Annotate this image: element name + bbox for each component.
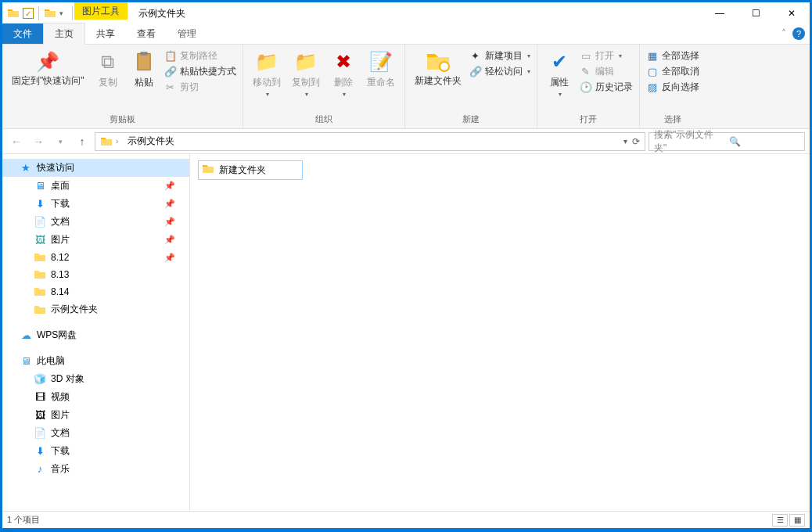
icons-view-button[interactable]: ▦ <box>789 514 805 527</box>
copy-icon: ⧉ <box>95 49 120 74</box>
up-button[interactable]: ↑ <box>73 132 92 151</box>
select-all-button[interactable]: ▦全部选择 <box>646 49 699 63</box>
nav-videos[interactable]: 🎞视频 <box>2 388 189 406</box>
ribbon-collapse-icon[interactable]: ˄ <box>781 28 786 39</box>
cut-icon: ✂ <box>164 81 177 94</box>
nav-812[interactable]: 8.12📌 <box>2 249 189 266</box>
cloud-icon: ☁ <box>20 329 32 342</box>
search-box[interactable]: 搜索"示例文件夹" 🔍 <box>649 132 805 151</box>
copy-to-icon: 📁 <box>293 49 318 74</box>
back-button[interactable]: ← <box>7 132 26 151</box>
label: 反向选择 <box>662 81 699 94</box>
nav-pictures2[interactable]: 🖼图片 <box>2 406 189 424</box>
copy-path-button[interactable]: 📋复制路径 <box>164 49 236 63</box>
help-icon[interactable]: ? <box>792 27 805 40</box>
rename-icon: 📝 <box>368 49 393 74</box>
label: 编辑 <box>595 65 614 78</box>
pin-icon: 📌 <box>164 181 175 191</box>
new-item-button[interactable]: ✦新建项目▾ <box>469 49 530 63</box>
nav-documents2[interactable]: 📄文档 <box>2 424 189 442</box>
label: 移动到 <box>253 76 281 89</box>
move-to-button[interactable]: 📁 移动到▾ <box>250 48 284 99</box>
open-icon: ▭ <box>580 50 592 63</box>
pc-icon: 🖥 <box>20 355 32 368</box>
properties-button[interactable]: ✔ 属性▾ <box>544 48 575 99</box>
pin-icon: 📌 <box>164 217 175 227</box>
close-button[interactable]: ✕ <box>774 2 810 24</box>
details-view-button[interactable]: ☰ <box>772 514 788 527</box>
address-dropdown-icon[interactable]: ▾ <box>623 137 627 146</box>
minimize-button[interactable]: — <box>702 2 738 24</box>
cut-button[interactable]: ✂剪切 <box>164 81 236 94</box>
nav-downloads[interactable]: ⬇下载📌 <box>2 195 189 213</box>
download-icon: ⬇ <box>34 445 46 458</box>
ribbon-group-organize: 📁 移动到▾ 📁 复制到▾ ✖ 删除▾ 📝 重命名 组织 <box>243 45 405 128</box>
open-button[interactable]: ▭打开▾ <box>580 49 633 63</box>
label: 删除 <box>334 76 353 89</box>
star-icon: ★ <box>20 162 32 174</box>
label: 属性 <box>550 76 569 89</box>
qat-checkbox-icon[interactable]: ✓ <box>23 8 34 19</box>
select-none-button[interactable]: ▢全部取消 <box>646 65 699 78</box>
nav-813[interactable]: 8.13 <box>2 266 189 283</box>
cube-icon: 🧊 <box>34 373 46 386</box>
nav-pictures[interactable]: 🖼图片📌 <box>2 231 189 249</box>
folder-icon[interactable] <box>44 7 56 20</box>
group-label: 组织 <box>250 113 398 127</box>
recent-dropdown[interactable]: ▾ <box>51 132 70 151</box>
nav-wps[interactable]: ☁WPS网盘 <box>2 326 189 344</box>
group-label: 打开 <box>544 113 633 127</box>
navigation-pane[interactable]: ★ 快速访问 🖥桌面📌 ⬇下载📌 📄文档📌 🖼图片📌 8.12📌 8.13 8.… <box>2 154 190 511</box>
nav-814[interactable]: 8.14 <box>2 283 189 300</box>
nav-downloads2[interactable]: ⬇下载 <box>2 442 189 460</box>
paste-shortcut-button[interactable]: 🔗粘贴快捷方式 <box>164 65 236 78</box>
ribbon-group-clipboard: 📌 固定到"快速访问" ⧉ 复制 粘贴 📋复制路径 🔗粘贴快捷方式 ✂剪切 <box>2 45 243 128</box>
breadcrumb-root[interactable]: › <box>97 135 121 148</box>
nav-music[interactable]: ♪音乐 <box>2 460 189 478</box>
video-icon: 🎞 <box>34 391 46 404</box>
copy-to-button[interactable]: 📁 复制到▾ <box>289 48 323 99</box>
select-none-icon: ▢ <box>646 66 659 78</box>
label: 全部取消 <box>662 65 699 78</box>
pin-icon: 📌 <box>164 253 175 263</box>
delete-button[interactable]: ✖ 删除▾ <box>328 48 359 99</box>
breadcrumb-item[interactable]: 示例文件夹 <box>124 135 178 148</box>
nav-quick-access[interactable]: ★ 快速访问 <box>2 159 189 177</box>
tab-file[interactable]: 文件 <box>2 23 43 44</box>
pin-to-quick-access-button[interactable]: 📌 固定到"快速访问" <box>9 48 88 88</box>
paste-button[interactable]: 粘贴 <box>128 48 160 91</box>
tab-home[interactable]: 主页 <box>43 23 85 45</box>
svg-rect-0 <box>137 54 149 70</box>
maximize-button[interactable]: ☐ <box>738 2 774 24</box>
pin-icon: 📌 <box>164 199 175 209</box>
properties-icon: ✔ <box>547 49 572 74</box>
address-bar[interactable]: › 示例文件夹 ▾ ⟳ <box>95 132 645 151</box>
tab-manage[interactable]: 管理 <box>167 23 207 44</box>
copy-button[interactable]: ⧉ 复制 <box>92 48 124 91</box>
nav-documents[interactable]: 📄文档📌 <box>2 213 189 231</box>
label: 复制路径 <box>180 49 217 63</box>
refresh-button[interactable]: ⟳ <box>629 136 643 147</box>
edit-button[interactable]: ✎编辑 <box>580 65 633 78</box>
label: 全部选择 <box>662 49 699 63</box>
tab-view[interactable]: 查看 <box>126 23 167 44</box>
ribbon-group-open: ✔ 属性▾ ▭打开▾ ✎编辑 🕑历史记录 打开 <box>537 45 640 128</box>
nav-desktop[interactable]: 🖥桌面📌 <box>2 177 189 195</box>
rename-button[interactable]: 📝 重命名 <box>364 48 398 91</box>
ribbon-group-select: ▦全部选择 ▢全部取消 ▨反向选择 选择 <box>640 45 706 128</box>
file-list[interactable]: 新建文件夹 <box>190 154 810 511</box>
search-icon[interactable]: 🔍 <box>729 136 799 147</box>
new-folder-button[interactable]: 新建文件夹 <box>411 48 465 88</box>
svg-point-2 <box>440 62 449 71</box>
nav-this-pc[interactable]: 🖥此电脑 <box>2 352 189 370</box>
history-button[interactable]: 🕑历史记录 <box>580 81 633 94</box>
qat-dropdown-icon[interactable]: ▾ <box>59 9 67 17</box>
forward-button[interactable]: → <box>29 132 48 151</box>
easy-access-button[interactable]: 🔗轻松访问▾ <box>469 65 530 78</box>
new-folder-icon <box>426 49 451 74</box>
tab-share[interactable]: 共享 <box>85 23 126 44</box>
invert-selection-button[interactable]: ▨反向选择 <box>646 81 699 94</box>
nav-sample-folder[interactable]: 示例文件夹 <box>2 300 189 318</box>
list-item[interactable]: 新建文件夹 <box>198 160 303 180</box>
nav-3d-objects[interactable]: 🧊3D 对象 <box>2 370 189 388</box>
